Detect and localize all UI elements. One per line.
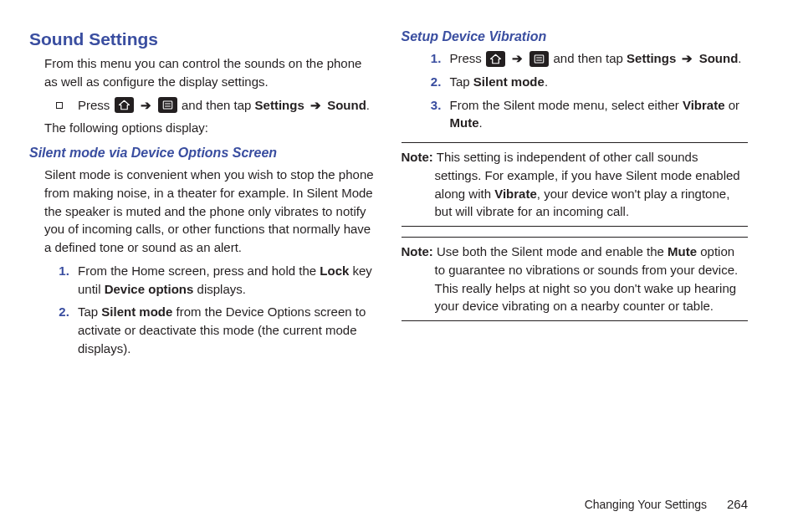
text: Use both the Silent mode and enable the	[433, 244, 668, 258]
text: displays.	[193, 282, 246, 296]
vibrate-label: Vibrate	[494, 187, 537, 201]
svg-rect-0	[163, 101, 172, 109]
list-item: Tap Silent mode.	[445, 73, 749, 91]
menu-key-icon	[158, 97, 177, 113]
arrow-icon: ➔	[141, 98, 155, 112]
page-footer: Changing Your Settings 264	[29, 480, 748, 511]
sound-label: Sound	[699, 51, 739, 65]
text: Tap	[78, 304, 101, 319]
text: Press	[78, 98, 114, 112]
silent-mode-label: Silent mode	[473, 74, 545, 89]
mute-label: Mute	[668, 244, 697, 258]
note-label: Note:	[402, 244, 433, 258]
setup-vibration-heading: Setup Device Vibration	[402, 29, 749, 44]
text: .	[545, 74, 548, 89]
left-column: Sound Settings From this menu you can co…	[29, 29, 376, 480]
settings-label: Settings	[255, 98, 304, 112]
arrow-icon: ➔	[512, 51, 526, 65]
options-display-text: The following options display:	[29, 119, 376, 137]
bullet-square-icon	[56, 102, 63, 109]
silent-mode-steps: From the Home screen, press and hold the…	[29, 262, 376, 358]
text: and then tap	[554, 51, 627, 65]
note-block-1: Note: This setting is independent of oth…	[402, 142, 749, 227]
lock-label: Lock	[320, 263, 349, 278]
press-line-content: Press ➔ and then tap Settings ➔ Sound.	[78, 96, 376, 115]
chapter-title: Changing Your Settings	[585, 498, 707, 511]
silent-mode-heading: Silent mode via Device Options Screen	[29, 146, 376, 161]
list-item: From the Silent mode menu, select either…	[445, 96, 749, 133]
right-column: Setup Device Vibration Press ➔ and then …	[402, 29, 749, 480]
text: From the Silent mode menu, select either	[450, 98, 683, 112]
list-item: Tap Silent mode from the Device Options …	[73, 303, 376, 357]
list-item: Press ➔ and then tap Settings ➔ Sound.	[445, 49, 749, 68]
text: Press	[450, 51, 486, 65]
note-body: Note: This setting is independent of oth…	[402, 148, 749, 221]
setup-vibration-steps: Press ➔ and then tap Settings ➔ Sound. T…	[402, 49, 749, 132]
text: .	[479, 115, 483, 130]
text: Tap	[450, 74, 473, 89]
text: From the Home screen, press and hold the	[78, 263, 320, 278]
arrow-icon: ➔	[310, 98, 325, 112]
home-key-icon	[115, 97, 134, 113]
home-key-icon	[486, 51, 505, 67]
manual-page: Sound Settings From this menu you can co…	[0, 0, 798, 532]
list-item: From the Home screen, press and hold the…	[73, 262, 376, 299]
press-instruction: Press ➔ and then tap Settings ➔ Sound.	[29, 96, 376, 115]
device-options-label: Device options	[105, 282, 194, 296]
arrow-icon: ➔	[678, 51, 696, 65]
silent-mode-body: Silent mode is convenient when you wish …	[29, 166, 376, 257]
mute-label: Mute	[450, 115, 479, 130]
sound-label: Sound	[327, 98, 366, 112]
svg-rect-3	[535, 55, 545, 63]
intro-text: From this menu you can control the sound…	[29, 54, 376, 91]
vibrate-label: Vibrate	[683, 98, 725, 112]
silent-mode-label: Silent mode	[101, 304, 172, 319]
columns: Sound Settings From this menu you can co…	[29, 29, 748, 480]
settings-label: Settings	[627, 51, 676, 65]
menu-key-icon	[529, 51, 549, 67]
text: .	[738, 51, 741, 65]
text: or	[725, 98, 740, 112]
text: .	[366, 98, 370, 112]
sound-settings-heading: Sound Settings	[29, 29, 376, 49]
note-label: Note:	[402, 150, 433, 164]
page-number: 264	[727, 497, 748, 511]
note-block-2: Note: Use both the Silent mode and enabl…	[402, 237, 749, 321]
text: and then tap	[182, 98, 255, 112]
note-body: Note: Use both the Silent mode and enabl…	[402, 243, 749, 315]
